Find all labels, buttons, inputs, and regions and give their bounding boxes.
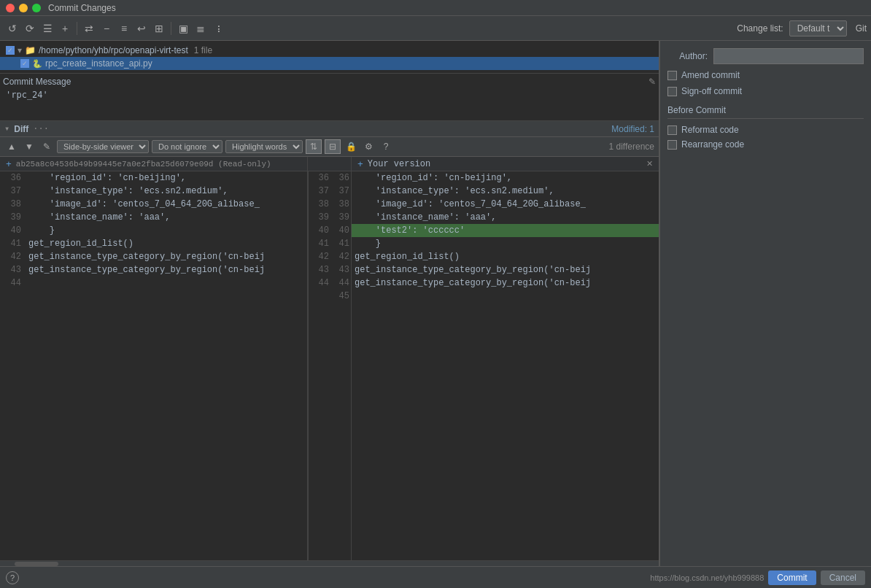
code-42-right: get_region_id_list() bbox=[352, 250, 659, 263]
lock-button[interactable]: 🔒 bbox=[344, 139, 358, 154]
author-label: Author: bbox=[667, 51, 708, 61]
commit-message-label: Commit Message bbox=[3, 77, 71, 87]
left-panel: ✓ ▾ 📁 /home/python/yhb/rpc/openapi-virt-… bbox=[0, 41, 659, 566]
center-line-numbers: 3636 3737 3838 3939 4040 bbox=[308, 171, 352, 560]
list-button[interactable]: ☰ bbox=[39, 20, 55, 36]
code-43-right: get_instance_type_category_by_region('cn… bbox=[352, 263, 659, 276]
minimize-button[interactable] bbox=[19, 4, 28, 12]
sep2 bbox=[171, 22, 171, 35]
refresh-button[interactable]: ↺ bbox=[4, 20, 20, 36]
changelist-dropdown[interactable]: Default t bbox=[789, 20, 847, 36]
diff-right-pane: 'region_id': 'cn-beijing', 'instance_typ… bbox=[352, 171, 659, 560]
file-icon: 🐍 bbox=[32, 59, 42, 69]
commit-message-section: Commit Message ✎ 'rpc_24' bbox=[0, 74, 659, 121]
delete-button[interactable]: − bbox=[98, 20, 115, 36]
undo-button[interactable]: ↩ bbox=[133, 20, 150, 36]
reformat-label: Reformat code bbox=[681, 125, 739, 135]
help-diff-button[interactable]: ? bbox=[379, 139, 393, 154]
up-diff-button[interactable]: ▲ bbox=[4, 139, 19, 154]
help-button[interactable]: ? bbox=[6, 571, 19, 584]
table-row: 'instance_name': 'aaa', bbox=[352, 211, 659, 224]
cols-button[interactable]: ⫶ bbox=[210, 20, 226, 36]
code-38-right: 'image_id': 'centos_7_04_64_20G_alibase_ bbox=[352, 198, 659, 211]
line-num-36-left: 36 bbox=[0, 171, 26, 185]
status-url: https://blog.csdn.net/yhb999888 bbox=[650, 573, 764, 582]
close-right-icon[interactable]: ✕ bbox=[646, 159, 653, 169]
line-num-37-left: 37 bbox=[0, 185, 26, 198]
line-num-42-left: 42 bbox=[0, 250, 26, 263]
rearrange-checkbox[interactable] bbox=[667, 140, 677, 150]
diff-section: ▾ Diff ··· Modified: 1 ▲ ▼ ✎ Side-by-sid… bbox=[0, 121, 659, 566]
root-checkbox[interactable]: ✓ bbox=[6, 46, 15, 55]
cancel-button[interactable]: Cancel bbox=[821, 570, 865, 585]
diff-toolbar: ▲ ▼ ✎ Side-by-side viewer Do not ignore … bbox=[0, 137, 659, 157]
center-line: 3939 bbox=[309, 211, 351, 224]
line-num-40-left: 40 bbox=[0, 224, 26, 237]
folder-icon: 📁 bbox=[25, 45, 36, 55]
right-file-header: + Your version ✕ bbox=[352, 157, 659, 171]
rearrange-row: Rearrange code bbox=[667, 139, 864, 150]
table-row: 37 'instance_type': 'ecs.sn2.medium', bbox=[0, 185, 307, 198]
center-line: 3737 bbox=[309, 185, 351, 198]
table-row: 36 'region_id': 'cn-beijing', bbox=[0, 171, 307, 185]
add-button[interactable]: + bbox=[57, 20, 73, 36]
commit-button[interactable]: Commit bbox=[768, 570, 816, 585]
left-file-path: ab25a8c04536b49b99445e7a0e2fba25d6079e09… bbox=[16, 160, 271, 169]
table-row: get_region_id_list() bbox=[352, 250, 659, 263]
table-row: 'region_id': 'cn-beijing', bbox=[352, 171, 659, 185]
maximize-button[interactable] bbox=[32, 4, 41, 12]
settings-diff-button[interactable]: ⚙ bbox=[361, 139, 376, 154]
center-line: 3636 bbox=[309, 171, 351, 185]
code-37-right: 'instance_type': 'ecs.sn2.medium', bbox=[352, 185, 659, 198]
group-button[interactable]: ≡ bbox=[116, 20, 132, 36]
down-diff-button[interactable]: ▼ bbox=[22, 139, 36, 154]
line-num-38-left: 38 bbox=[0, 198, 26, 211]
pencil-icon[interactable]: ✎ bbox=[649, 77, 656, 87]
sign-off-checkbox[interactable] bbox=[667, 87, 677, 96]
expand-right-icon[interactable]: + bbox=[357, 158, 363, 169]
modified-count: Modified: 1 bbox=[611, 124, 654, 134]
author-input[interactable] bbox=[713, 48, 864, 64]
viewer-select[interactable]: Side-by-side viewer bbox=[57, 140, 149, 153]
lines-button[interactable]: ≣ bbox=[193, 20, 209, 36]
diff-code-area[interactable]: 36 'region_id': 'cn-beijing', 37 'instan… bbox=[0, 171, 659, 560]
amend-commit-checkbox[interactable] bbox=[667, 71, 677, 80]
file-checkbox[interactable]: ✓ bbox=[20, 59, 29, 68]
amend-commit-label: Amend commit bbox=[681, 70, 740, 80]
code-39-left: 'instance_name': 'aaa', bbox=[26, 211, 307, 224]
diff-button[interactable]: ⊞ bbox=[151, 20, 167, 36]
sync-button[interactable]: ⟳ bbox=[22, 20, 38, 36]
diff-content-area: + ab25a8c04536b49b99445e7a0e2fba25d6079e… bbox=[0, 157, 659, 566]
tree-root-item[interactable]: ✓ ▾ 📁 /home/python/yhb/rpc/openapi-virt-… bbox=[0, 44, 659, 57]
sync-scroll-button[interactable]: ⇅ bbox=[306, 139, 322, 154]
file-item[interactable]: ✓ 🐍 rpc_create_instance_api.py bbox=[0, 57, 659, 70]
git-label: Git bbox=[856, 23, 867, 34]
file-count: 1 file bbox=[194, 45, 212, 55]
close-button[interactable] bbox=[6, 4, 15, 12]
author-row: Author: bbox=[667, 48, 864, 64]
table-row: 41 get_region_id_list() bbox=[0, 237, 307, 250]
view-button[interactable]: ▣ bbox=[175, 20, 191, 36]
center-line: 3838 bbox=[309, 198, 351, 211]
table-row: 43 get_instance_type_category_by_region(… bbox=[0, 263, 307, 276]
expand-left-icon[interactable]: + bbox=[6, 158, 12, 169]
horizontal-scrollbar[interactable] bbox=[0, 560, 659, 566]
right-panel: Author: Amend commit Sign-off commit Bef… bbox=[659, 41, 871, 566]
reformat-checkbox[interactable] bbox=[667, 125, 677, 135]
move-button[interactable]: ⇄ bbox=[81, 20, 97, 36]
side-view-button[interactable]: ⊟ bbox=[325, 139, 341, 154]
ignore-select[interactable]: Do not ignore bbox=[152, 140, 222, 153]
diff-count: 1 difference bbox=[609, 142, 655, 152]
center-line: 45 bbox=[309, 290, 351, 303]
center-line: 4040 bbox=[309, 224, 351, 237]
commit-message-header: Commit Message ✎ bbox=[3, 77, 656, 87]
table-row: 'test2': 'cccccc' bbox=[352, 224, 659, 237]
table-row: 'image_id': 'centos_7_04_64_20G_alibase_ bbox=[352, 198, 659, 211]
highlight-select[interactable]: Highlight words bbox=[225, 140, 303, 153]
edit-diff-button[interactable]: ✎ bbox=[39, 139, 54, 154]
commit-message-input[interactable]: 'rpc_24' bbox=[3, 88, 656, 115]
right-file-label: Your version bbox=[368, 159, 430, 169]
line-num-41-left: 41 bbox=[0, 237, 26, 250]
table-row: 'instance_type': 'ecs.sn2.medium', bbox=[352, 185, 659, 198]
center-line: 4242 bbox=[309, 250, 351, 263]
